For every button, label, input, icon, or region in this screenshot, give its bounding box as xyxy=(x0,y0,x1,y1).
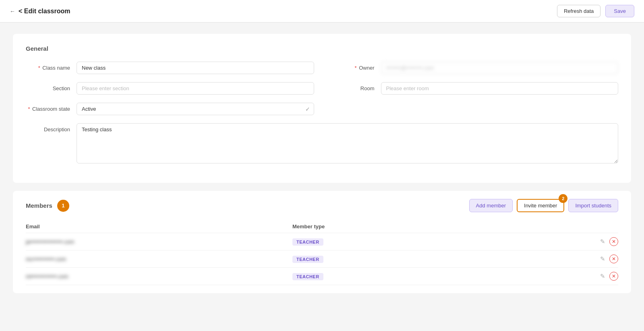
member-type: TEACHER xyxy=(292,233,500,250)
required-star: * xyxy=(38,65,40,71)
members-section: Members 1 Add member Invite member 2 Imp… xyxy=(13,191,631,293)
col-header-type: Member type xyxy=(292,220,500,233)
general-section: General * Class name * Owner ••••••••@••… xyxy=(13,34,631,183)
room-label: Room xyxy=(330,82,375,91)
required-star-state: * xyxy=(28,106,30,112)
section-input[interactable] xyxy=(77,82,314,95)
owner-label: * Owner xyxy=(330,62,375,71)
page-title: < Edit classroom xyxy=(19,8,70,15)
general-title: General xyxy=(26,45,618,52)
member-email: ja••••••••••••••••••.com xyxy=(26,233,292,250)
member-type-badge: TEACHER xyxy=(292,238,323,246)
room-input[interactable] xyxy=(381,82,619,95)
member-type: TEACHER xyxy=(292,250,500,268)
table-row: mi••••••••••••••.com TEACHER ✎ ✕ xyxy=(26,268,618,285)
member-actions: ✎ ✕ xyxy=(500,250,618,268)
description-textarea[interactable]: Testing class xyxy=(77,123,618,163)
classroom-state-label: * Classroom state xyxy=(26,103,70,112)
main-content: General * Class name * Owner ••••••••@••… xyxy=(0,23,644,304)
members-title-wrap: Members 1 xyxy=(26,200,69,212)
members-table: Email Member type ja••••••••••••••••••.c… xyxy=(26,220,618,285)
invite-member-button[interactable]: Invite member 2 xyxy=(517,199,564,212)
delete-member-button[interactable]: ✕ xyxy=(609,254,618,263)
table-row: ja••••••••••••••••••.com TEACHER ✎ ✕ xyxy=(26,233,618,250)
form-row-state: * Classroom state Active ✓ xyxy=(26,103,618,115)
edit-member-icon[interactable]: ✎ xyxy=(600,238,605,245)
delete-member-button[interactable]: ✕ xyxy=(609,237,618,246)
section-label: Section xyxy=(26,82,70,91)
action-icons-wrap: ✎ ✕ xyxy=(500,272,618,281)
edit-member-icon[interactable]: ✎ xyxy=(600,273,605,280)
member-type-badge: TEACHER xyxy=(292,273,323,280)
description-label: Description xyxy=(26,123,70,132)
form-row-section-room: Section Room xyxy=(26,82,618,95)
class-name-group: * Class name xyxy=(26,62,314,74)
member-type-badge: TEACHER xyxy=(292,256,323,263)
class-name-input[interactable] xyxy=(77,62,314,74)
members-badge-1: 1 xyxy=(57,200,69,212)
members-actions: Add member Invite member 2 Import studen… xyxy=(469,199,618,212)
invite-member-badge: 2 xyxy=(559,194,567,203)
owner-group: * Owner ••••••••@•••••••••.com xyxy=(330,62,619,74)
action-icons-wrap: ✎ ✕ xyxy=(500,237,618,246)
refresh-data-button[interactable]: Refresh data xyxy=(557,5,601,17)
col-header-email: Email xyxy=(26,220,292,233)
header-actions: Refresh data Save xyxy=(557,5,634,17)
form-row-description: Description Testing class xyxy=(26,123,618,163)
required-star-owner: * xyxy=(355,65,357,71)
col-header-actions xyxy=(500,220,618,233)
table-header-row: Email Member type xyxy=(26,220,618,233)
member-actions: ✎ ✕ xyxy=(500,268,618,285)
member-email: mi••••••••••••••.com xyxy=(26,268,292,285)
import-students-button[interactable]: Import students xyxy=(568,199,618,212)
save-button[interactable]: Save xyxy=(605,5,634,17)
header: ← < Edit classroom Refresh data Save xyxy=(0,0,644,23)
form-row-class-owner: * Class name * Owner ••••••••@•••••••••.… xyxy=(26,62,618,74)
owner-value: ••••••••@•••••••••.com xyxy=(381,62,619,74)
action-icons-wrap: ✎ ✕ xyxy=(500,254,618,263)
members-header: Members 1 Add member Invite member 2 Imp… xyxy=(26,199,618,212)
description-group: Description Testing class xyxy=(26,123,618,163)
edit-member-icon[interactable]: ✎ xyxy=(600,255,605,263)
member-email: mc••••••••••••.com xyxy=(26,250,292,268)
add-member-button[interactable]: Add member xyxy=(469,199,513,212)
back-arrow-icon: ← xyxy=(10,8,15,14)
classroom-state-group: * Classroom state Active ✓ xyxy=(26,103,314,115)
room-group: Room xyxy=(330,82,619,95)
member-type: TEACHER xyxy=(292,268,500,285)
back-button[interactable]: ← < Edit classroom xyxy=(10,8,70,15)
delete-member-button[interactable]: ✕ xyxy=(609,272,618,281)
class-name-label: * Class name xyxy=(26,62,70,71)
members-title: Members xyxy=(26,202,52,209)
section-group: Section xyxy=(26,82,314,95)
member-actions: ✎ ✕ xyxy=(500,233,618,250)
classroom-state-select[interactable]: Active xyxy=(77,103,314,115)
classroom-state-select-wrap: Active ✓ xyxy=(77,103,314,115)
table-row: mc••••••••••••.com TEACHER ✎ ✕ xyxy=(26,250,618,268)
